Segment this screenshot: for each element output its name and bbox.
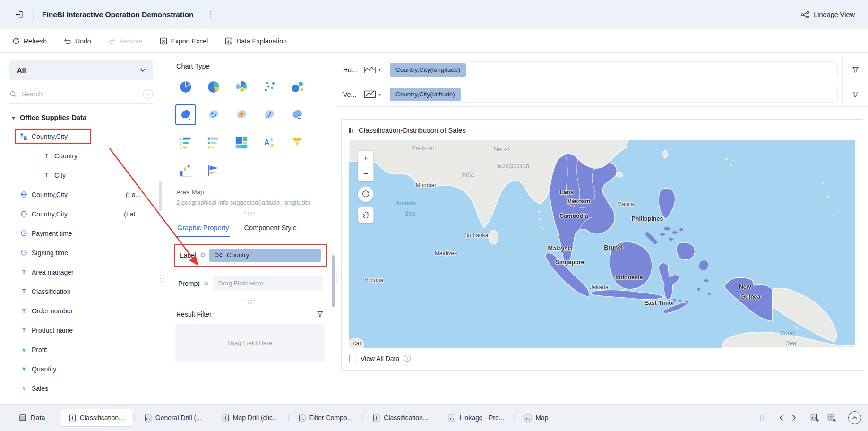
vertical-axis-type-selector[interactable]: ▾	[364, 90, 381, 98]
field-item[interactable]: TArea manager	[0, 262, 163, 282]
funnel-chart-icon[interactable]	[287, 132, 308, 153]
field-item[interactable]: TCity	[0, 165, 163, 185]
search-bar: ⋯	[9, 84, 153, 104]
add-dashboard-icon[interactable]	[827, 414, 836, 422]
waterfall-chart-icon[interactable]	[175, 160, 196, 181]
finebi-app: FineBI Interactive Operation Demonstrati…	[0, 0, 868, 431]
sidebar-scrollbar[interactable]	[159, 181, 162, 211]
reset-view-button[interactable]	[358, 186, 374, 202]
drag-handle[interactable]	[244, 212, 255, 216]
field-item[interactable]: #Quantity	[0, 359, 163, 379]
view-all-data-checkbox[interactable]	[349, 355, 356, 362]
longitude-field-chip[interactable]: Country,City(longitude)	[390, 63, 466, 77]
more-menu-icon[interactable]: ⋮	[206, 9, 216, 19]
collapse-button[interactable]	[848, 411, 861, 424]
field-inner: TClassification	[16, 285, 75, 298]
field-item[interactable]: Country,City(Lat...	[0, 204, 163, 224]
bottom-tab[interactable]: Map Drill (clic...	[214, 409, 286, 427]
lineage-view-button[interactable]: Lineage View	[800, 11, 855, 18]
field-item[interactable]: TOrder number	[0, 301, 163, 320]
drag-handle[interactable]	[244, 300, 255, 304]
field-item[interactable]: Country,City(Lo...	[0, 185, 163, 204]
svg-text:T: T	[22, 308, 26, 314]
field-item[interactable]: Signing time	[0, 243, 163, 262]
refresh-button[interactable]: Refresh	[12, 37, 47, 45]
data-explanation-button[interactable]: Data Explanation	[225, 37, 287, 45]
bottom-tab[interactable]: General Drill (...	[137, 409, 210, 427]
horizontal-axis-filter-button[interactable]	[842, 58, 868, 82]
exit-icon[interactable]	[12, 8, 26, 22]
bottom-tab-label: Filter Compo...	[309, 414, 353, 422]
rose-chart-icon[interactable]	[231, 77, 252, 97]
export-excel-button[interactable]: Export Excel	[160, 37, 208, 45]
flow-map-icon[interactable]	[259, 104, 280, 125]
bottom-tab[interactable]: Classification...	[61, 409, 132, 427]
field-item[interactable]: TClassification	[0, 282, 163, 301]
result-filter-header: Result Filter	[176, 310, 324, 318]
scope-selector[interactable]: All	[9, 60, 153, 80]
bottom-tab[interactable]: Linkage - Pro...	[440, 409, 512, 427]
refresh-icon	[12, 37, 20, 45]
gear-icon[interactable]: ⚙	[203, 280, 209, 287]
globe-icon	[20, 210, 27, 218]
word-cloud-icon[interactable]: ABc	[259, 132, 280, 153]
tab-graphic-property[interactable]: Graphic Property	[176, 219, 230, 237]
field-item[interactable]: TCountry	[0, 146, 163, 165]
bottom-tab[interactable]: Classification...	[365, 409, 436, 427]
info-icon[interactable]: ⓘ	[404, 354, 411, 363]
chart-tab-icon	[373, 414, 380, 422]
zoom-in-button[interactable]: +	[358, 151, 373, 166]
point-map-icon[interactable]	[203, 104, 224, 125]
svg-text:T: T	[22, 288, 26, 295]
topbar-divider	[33, 9, 34, 20]
sidebar-resize-handle[interactable]	[160, 275, 164, 282]
search-input[interactable]	[22, 90, 138, 98]
label-field-chip[interactable]: Country	[209, 249, 321, 262]
field-item[interactable]: Payment time	[0, 224, 163, 243]
filter-icon[interactable]	[317, 310, 324, 318]
field-inner: TArea manager	[16, 266, 78, 278]
tab-component-style-label: Component Style	[244, 224, 297, 232]
pan-button[interactable]	[358, 207, 374, 223]
pie-chart-icon[interactable]	[175, 77, 196, 97]
bottom-tab[interactable]: Map	[516, 409, 556, 427]
vertical-axis-filter-button[interactable]	[842, 82, 868, 106]
horizontal-axis-type-selector[interactable]: ▾	[364, 66, 381, 74]
next-tab-icon[interactable]	[792, 414, 796, 421]
field-item[interactable]: Country,City	[0, 127, 163, 146]
result-filter-dropzone[interactable]: Drag Field Here	[175, 324, 325, 362]
zoom-out-button[interactable]: −	[358, 166, 373, 181]
undo-button[interactable]: Undo	[64, 37, 91, 45]
multi-layer-pie-chart-icon[interactable]	[203, 77, 224, 97]
scatter-chart-icon[interactable]	[259, 77, 280, 97]
map-canvas[interactable]: PakistanNepalBangladeshIndiaMumbaiArabia…	[349, 140, 855, 348]
lineage-icon	[800, 11, 809, 18]
treemap-icon[interactable]	[231, 132, 252, 153]
panel-resize-handle[interactable]	[333, 275, 337, 282]
grouped-list-icon[interactable]	[203, 132, 224, 153]
tab-component-style[interactable]: Component Style	[243, 219, 298, 237]
horizontal-axis-dropzone[interactable]: Country,City(longitude)	[387, 61, 838, 78]
ranking-list-icon[interactable]: 123	[175, 132, 196, 153]
prompt-dropzone[interactable]: Drag Field Here	[213, 276, 323, 291]
gear-icon[interactable]: ⚙	[200, 251, 206, 259]
map-controls: + −	[358, 150, 374, 223]
data-tab[interactable]: Data	[0, 414, 57, 422]
field-item[interactable]: #Profit	[0, 340, 163, 359]
vertical-axis-dropzone[interactable]: Country,City(latitude)	[387, 86, 838, 103]
field-item[interactable]: TProduct name	[0, 320, 163, 340]
heat-map-icon[interactable]	[231, 104, 252, 125]
axis-rows: Ho... ▾ Country,City(longitude)	[336, 53, 868, 107]
area-map-icon[interactable]	[175, 104, 196, 125]
property-tabs: Graphic Property Component Style	[163, 219, 336, 237]
latitude-field-chip[interactable]: Country,City(latitude)	[390, 88, 461, 101]
add-component-icon[interactable]	[810, 414, 819, 422]
bottom-tab[interactable]: Filter Compo...	[291, 409, 361, 427]
bubble-chart-icon[interactable]	[287, 77, 308, 97]
dataset-tree-root[interactable]: Office Supplies Data	[0, 109, 163, 127]
prev-tab-icon[interactable]	[779, 414, 783, 421]
field-item[interactable]: #Sales	[0, 379, 163, 398]
custom-map-icon[interactable]	[287, 104, 308, 125]
gantt-chart-icon[interactable]	[203, 160, 224, 181]
search-options-icon[interactable]: ⋯	[143, 89, 153, 99]
